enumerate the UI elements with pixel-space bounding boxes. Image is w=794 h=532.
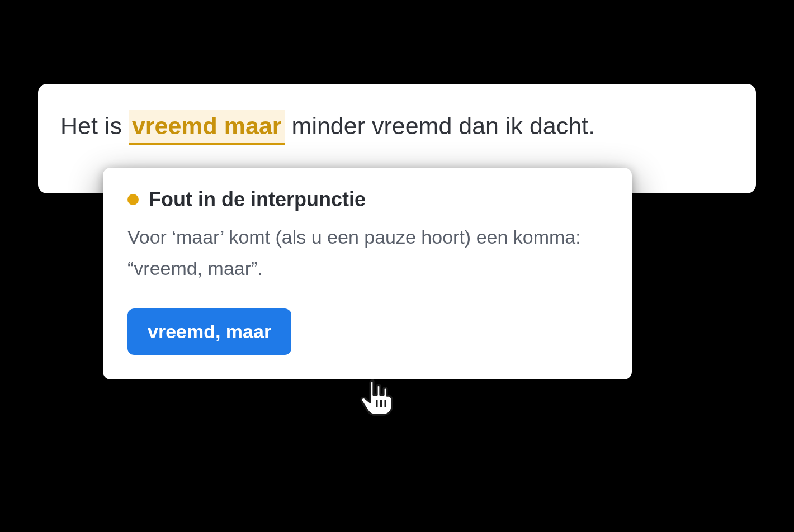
apply-suggestion-button[interactable]: vreemd, maar [127, 308, 291, 355]
tooltip-title: Fout in de interpunctie [149, 188, 366, 211]
warning-dot-icon [127, 194, 139, 205]
sentence-text[interactable]: Het is vreemd maar minder vreemd dan ik … [60, 110, 734, 145]
tooltip-description: Voor ‘maar’ komt (als u een pauze hoort)… [127, 221, 607, 284]
error-highlight[interactable]: vreemd maar [129, 110, 285, 145]
pointer-cursor-icon [360, 378, 398, 420]
sentence-before: Het is [60, 112, 129, 139]
sentence-after: minder vreemd dan ik dacht. [285, 112, 596, 139]
tooltip-header: Fout in de interpunctie [127, 188, 607, 211]
suggestion-tooltip: Fout in de interpunctie Voor ‘maar’ komt… [103, 168, 632, 379]
